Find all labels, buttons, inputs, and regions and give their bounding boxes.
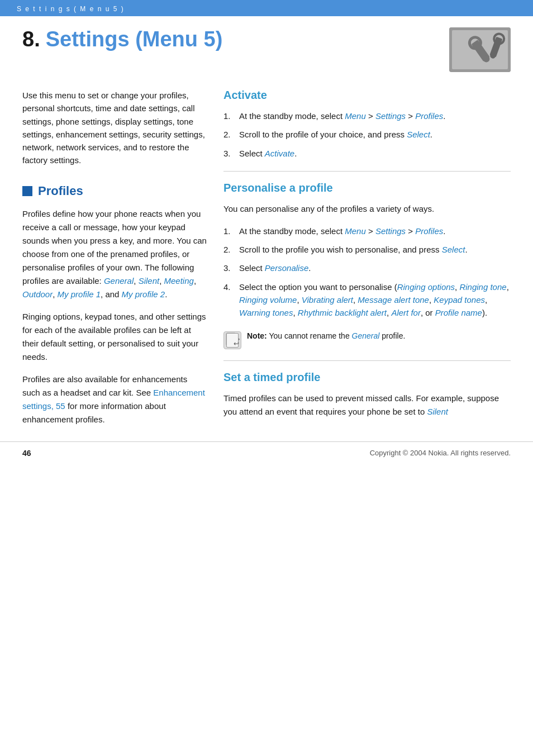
- intro-text: Use this menu to set or change your prof…: [22, 89, 207, 167]
- step-number: 4.: [223, 280, 235, 320]
- two-col-layout: Use this menu to set or change your prof…: [22, 89, 511, 435]
- header-illustration: [449, 27, 511, 72]
- header-image: [449, 27, 511, 72]
- profiles-heading: Profiles: [38, 184, 83, 198]
- timed-profile-text: Timed profiles can be used to prevent mi…: [223, 392, 511, 419]
- chapter-title: Settings (Menu 5): [46, 27, 223, 51]
- svg-rect-11: [227, 339, 232, 340]
- step-content: At the standby mode, select Menu > Setti…: [239, 225, 511, 237]
- breadcrumb-bar: S e t t i n g s ( M e n u 5 ): [0, 0, 533, 16]
- svg-rect-10: [227, 337, 234, 339]
- timed-silent-link: Silent: [427, 407, 448, 416]
- profile-meeting: Meeting: [164, 276, 194, 286]
- activate-section: Activate 1. At the standby mode, select …: [223, 89, 511, 160]
- note-general-link: General: [352, 331, 380, 340]
- personalise-list: 1. At the standby mode, select Menu > Se…: [223, 225, 511, 320]
- profiles-para-1-text: Profiles define how your phone reacts wh…: [22, 209, 207, 286]
- option-profile-name: Profile name: [435, 308, 482, 317]
- step-number: 1.: [223, 225, 235, 237]
- step-number: 3.: [223, 261, 235, 274]
- divider-1: [223, 171, 511, 172]
- personalise-step-3: 3. Select Personalise.: [223, 261, 511, 274]
- profile-silent: Silent: [139, 276, 160, 286]
- personalise-heading: Personalise a profile: [223, 182, 511, 194]
- note-box: Note: You cannot rename the General prof…: [223, 330, 511, 349]
- option-ringing-options: Ringing options: [397, 282, 455, 292]
- activate-list: 1. At the standby mode, select Menu > Se…: [223, 110, 511, 160]
- profiles-para-3: Profiles are also available for enhancem…: [22, 373, 207, 426]
- option-ringing-volume: Ringing volume: [239, 295, 297, 305]
- step-content: Scroll to the profile you wish to person…: [239, 243, 511, 256]
- page-container: S e t t i n g s ( M e n u 5 ) 8.Settings…: [0, 0, 533, 756]
- option-alert-for: Alert for: [391, 308, 421, 317]
- activate-step-3: 3. Select Activate.: [223, 147, 511, 160]
- option-message-alert: Message alert tone: [358, 295, 429, 305]
- option-vibrating: Vibrating alert: [302, 295, 353, 305]
- pers-personalise-link: Personalise: [265, 263, 308, 273]
- option-warning-tones: Warning tones: [239, 308, 293, 317]
- note-text: Note: You cannot rename the General prof…: [247, 330, 405, 342]
- activate-heading: Activate: [223, 89, 511, 102]
- step-content: Select Activate.: [239, 147, 511, 160]
- activate-select-link: Select: [407, 130, 430, 139]
- page-footer: 46 Copyright © 2004 Nokia. All rights re…: [0, 441, 533, 458]
- personalise-step-1: 1. At the standby mode, select Menu > Se…: [223, 225, 511, 237]
- profile-myprofile2: My profile 2: [122, 289, 165, 299]
- step-number: 1.: [223, 110, 235, 122]
- activate-activate-link: Activate: [265, 149, 294, 158]
- activate-menu-link-1: Menu: [345, 111, 366, 121]
- header-section: 8.Settings (Menu 5): [22, 27, 511, 72]
- page-title: 8.Settings (Menu 5): [22, 27, 222, 51]
- right-column: Activate 1. At the standby mode, select …: [223, 89, 511, 435]
- note-label: Note:: [247, 331, 267, 340]
- option-rhythmic: Rhythmic backlight alert: [298, 308, 387, 317]
- personalise-section: Personalise a profile You can personalis…: [223, 182, 511, 350]
- blue-square-icon: [22, 186, 32, 196]
- profile-outdoor: Outdoor: [22, 289, 53, 299]
- pers-menu-link: Menu: [345, 226, 366, 236]
- profiles-para-1: Profiles define how your phone reacts wh…: [22, 207, 207, 301]
- breadcrumb: S e t t i n g s ( M e n u 5 ): [17, 5, 125, 13]
- note-body: You cannot rename the: [267, 331, 352, 340]
- pers-settings-link: Settings: [375, 226, 406, 236]
- personalise-intro: You can personalise any of the profiles …: [223, 202, 511, 216]
- note-icon: [223, 331, 241, 349]
- timed-profile-heading: Set a timed profile: [223, 371, 511, 384]
- note-icon-svg: [224, 331, 241, 349]
- divider-2: [223, 360, 511, 361]
- step-number: 2.: [223, 243, 235, 256]
- profiles-para-2: Ringing options, keypad tones, and other…: [22, 310, 207, 364]
- step-content: At the standby mode, select Menu > Setti…: [239, 110, 511, 122]
- content-area: 8.Settings (Menu 5): [0, 16, 533, 469]
- note-suffix: profile.: [379, 331, 405, 340]
- chapter-number: 8.: [22, 27, 40, 51]
- step-number: 2.: [223, 128, 235, 141]
- profile-general: General: [104, 276, 134, 286]
- step-content: Scroll to the profile of your choice, an…: [239, 128, 511, 141]
- step-content: Select Personalise.: [239, 261, 511, 274]
- profile-myprofile1: My profile 1: [58, 289, 101, 299]
- page-number: 46: [22, 449, 31, 458]
- personalise-step-2: 2. Scroll to the profile you wish to per…: [223, 243, 511, 256]
- left-column: Use this menu to set or change your prof…: [22, 89, 207, 435]
- timed-profile-section: Set a timed profile Timed profiles can b…: [223, 371, 511, 419]
- profiles-heading-container: Profiles: [22, 184, 207, 198]
- pers-select-link: Select: [442, 245, 465, 254]
- svg-rect-8: [226, 333, 236, 346]
- activate-step-2: 2. Scroll to the profile of your choice,…: [223, 128, 511, 141]
- option-ringing-tone: Ringing tone: [459, 282, 506, 292]
- activate-step-1: 1. At the standby mode, select Menu > Se…: [223, 110, 511, 122]
- step-content: Select the option you want to personalis…: [239, 280, 511, 320]
- activate-settings-link: Settings: [375, 111, 406, 121]
- pers-profiles-link: Profiles: [415, 226, 443, 236]
- activate-profiles-link: Profiles: [415, 111, 443, 121]
- footer-copyright: Copyright © 2004 Nokia. All rights reser…: [370, 449, 511, 457]
- personalise-step-4: 4. Select the option you want to persona…: [223, 280, 511, 320]
- step-number: 3.: [223, 147, 235, 160]
- svg-rect-9: [227, 335, 234, 336]
- option-keypad-tones: Keypad tones: [434, 295, 485, 305]
